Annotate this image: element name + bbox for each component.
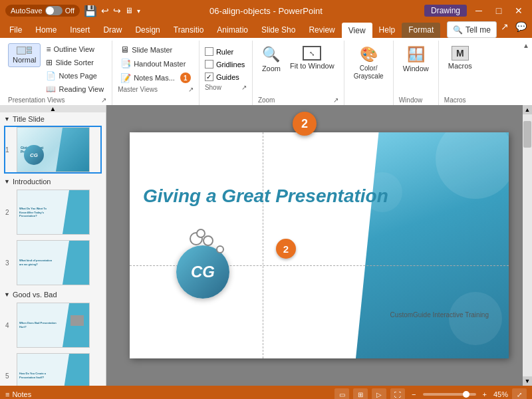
ruler-check-box[interactable]	[205, 47, 213, 56]
tab-view[interactable]: View	[342, 23, 372, 38]
tab-help[interactable]: Help	[372, 23, 402, 38]
undo-icon[interactable]: ↩	[101, 5, 109, 16]
comment-icon[interactable]: 💬	[513, 21, 529, 38]
notes-page-button[interactable]: 📄 Notes Page	[43, 70, 106, 82]
normal-view-status-button[interactable]: ▭	[334, 388, 349, 399]
ruler-checkbox[interactable]: Ruler	[205, 46, 245, 57]
close-button[interactable]: ✕	[511, 3, 527, 19]
gridlines-check-box[interactable]	[205, 60, 213, 68]
zoom-in-button[interactable]: +	[480, 390, 489, 398]
handout-master-button[interactable]: 📑 Handout Master	[118, 57, 194, 70]
title-bar-right: Drawing ─ □ ✕	[424, 3, 527, 19]
scroll-up-button[interactable]: ▲	[523, 105, 532, 114]
ribbon-collapse-button[interactable]: ▲	[523, 41, 529, 105]
window-button[interactable]: 🪟 Window	[399, 43, 433, 75]
zoom-slider[interactable]	[423, 393, 476, 396]
group-presentation-views: Normal ≡ Outline View ⊞ Slide Sorter 📄 N…	[3, 41, 112, 105]
guides-check-box[interactable]: ✓	[205, 72, 213, 81]
autosave-badge[interactable]: AutoSave Off	[5, 5, 80, 17]
master-view-buttons: 🖥 Slide Master 📑 Handout Master 📝 Notes …	[118, 41, 194, 84]
tab-format[interactable]: Format	[402, 23, 440, 38]
zoom-footer: Zoom ↗	[258, 95, 338, 104]
slide-thumb-1[interactable]: 1 Giving a GreatPresentation CG	[4, 126, 102, 174]
tab-file[interactable]: File	[3, 23, 29, 38]
color-icon: 🎨	[360, 46, 378, 63]
slide-num-2: 2	[5, 209, 15, 216]
reading-status-button[interactable]: ▷	[372, 388, 386, 399]
section-title-slide[interactable]: ▼ Title Slide	[0, 112, 106, 124]
customize-icon[interactable]: 🖥	[125, 6, 133, 15]
section-introduction[interactable]: ▼ Introduction	[0, 175, 106, 187]
slide-5-blue	[63, 354, 89, 386]
window-footer: Window	[399, 95, 433, 104]
notes-page-icon: 📄	[46, 71, 56, 80]
window-icon: 🪟	[407, 46, 425, 63]
tab-review[interactable]: Review	[302, 23, 341, 38]
maximize-button[interactable]: □	[491, 3, 507, 19]
slide-master-button[interactable]: 🖥 Slide Master	[118, 43, 194, 56]
scroll-thumb[interactable]	[523, 121, 531, 148]
reading-label: Reading View	[59, 85, 104, 93]
section-good-bad-expand: ▼	[4, 291, 10, 298]
tab-slideshow[interactable]: Slide Sho	[255, 23, 302, 38]
slide-logo-group[interactable]: CG	[170, 239, 236, 305]
slide-scroll-up[interactable]: ▲	[0, 105, 106, 112]
save-icon[interactable]: 💾	[84, 5, 97, 17]
tell-me-input[interactable]: 🔍 Tell me	[447, 21, 497, 38]
fit-window-status-button[interactable]: ⤢	[512, 388, 527, 399]
reading-view-button[interactable]: 📖 Reading View	[43, 83, 106, 95]
show-expand[interactable]: ↗	[241, 84, 247, 91]
slideshow-status-button[interactable]: ⛶	[390, 388, 405, 399]
zoom-buttons: 🔍 Zoom ⤡ Fit to Window	[258, 41, 338, 95]
gridlines-checkbox[interactable]: Gridlines	[205, 59, 245, 70]
tab-animations[interactable]: Animatio	[210, 23, 255, 38]
scroll-track[interactable]	[523, 114, 532, 376]
notes-master-button[interactable]: 📝 Notes Mas... 1	[118, 71, 194, 84]
drawing-tab[interactable]: Drawing	[424, 5, 467, 17]
tab-transitions[interactable]: Transitio	[167, 23, 211, 38]
group-window: 🪟 Window Window	[394, 41, 439, 105]
presentation-views-label: Presentation Views	[8, 96, 65, 104]
vertical-scrollbar[interactable]: ▲ ▼	[523, 105, 532, 386]
annotation-badge-2-top: 2	[293, 112, 317, 136]
ribbon-tabs: File Home Insert Draw Design Transitio A…	[0, 21, 532, 38]
slide-canvas[interactable]: Giving a Great Presentation CustomGuide …	[130, 132, 509, 358]
slide-thumb-4[interactable]: 4 When Does Bad PresentationHurt?	[4, 301, 102, 349]
zoom-button[interactable]: 🔍 Zoom	[258, 43, 285, 75]
tab-design[interactable]: Design	[128, 23, 166, 38]
gridlines-label: Gridlines	[216, 61, 245, 68]
tab-home[interactable]: Home	[29, 23, 63, 38]
section-good-bad[interactable]: ▼ Good vs. Bad	[0, 288, 106, 300]
fit-to-window-button[interactable]: ⤡ Fit to Window	[286, 43, 338, 72]
share-icon[interactable]: ↗	[497, 21, 513, 38]
slide-subtitle[interactable]: CustomGuide Interactive Training	[390, 311, 489, 319]
annotation-2-top: 2	[293, 112, 317, 136]
slidesorter-status-button[interactable]: ⊞	[353, 388, 368, 399]
master-views-expand[interactable]: ↗	[188, 86, 194, 93]
slide-thumb-3[interactable]: 3 What kind of presentationare we giving…	[4, 239, 102, 287]
normal-view-button[interactable]: Normal	[8, 43, 41, 67]
zoom-expand[interactable]: ↗	[333, 96, 338, 104]
minimize-button[interactable]: ─	[471, 3, 487, 19]
scroll-down-button[interactable]: ▼	[523, 376, 532, 386]
notes-tab[interactable]: ≡ Notes	[5, 390, 31, 398]
group-zoom: 🔍 Zoom ⤡ Fit to Window Zoom ↗	[253, 41, 344, 105]
redo-icon[interactable]: ↪	[113, 5, 121, 16]
more-icon[interactable]: ▾	[137, 7, 140, 15]
autosave-toggle[interactable]	[45, 6, 63, 15]
zoom-out-button[interactable]: −	[409, 390, 418, 398]
slide-title[interactable]: Giving a Great Presentation	[143, 186, 388, 207]
color-grayscale-button[interactable]: 🎨 Color/Grayscale	[350, 43, 388, 83]
window-buttons: 🪟 Window	[399, 41, 433, 95]
slide-num-4: 4	[5, 322, 15, 329]
slide-sorter-button[interactable]: ⊞ Slide Sorter	[43, 57, 106, 68]
slide-thumb-5[interactable]: 5 How Do You Create aPresentation Itself…	[4, 352, 102, 386]
slide-thumb-2[interactable]: 2 What Do You Want ToKnow After Today'sP…	[4, 188, 102, 236]
macros-icon: M	[452, 46, 469, 61]
outline-view-button[interactable]: ≡ Outline View	[43, 43, 106, 55]
presentation-views-expand[interactable]: ↗	[101, 96, 106, 104]
tab-draw[interactable]: Draw	[96, 23, 128, 38]
macros-button[interactable]: M Macros	[444, 43, 476, 72]
tab-insert[interactable]: Insert	[63, 23, 96, 38]
guides-checkbox[interactable]: ✓ Guides	[205, 71, 245, 82]
